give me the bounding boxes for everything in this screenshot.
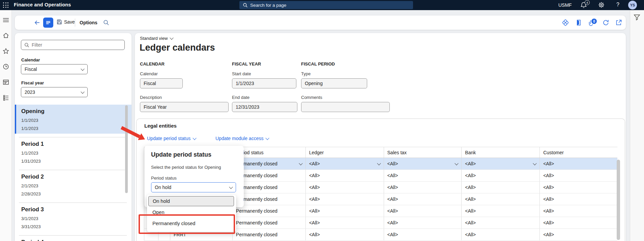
attachments-paperclip-icon[interactable]: 0 xyxy=(588,19,595,26)
period-list: Opening 1/1/2023 1/1/2023 Period 1 1/1/2… xyxy=(15,105,131,241)
company-door-icon[interactable] xyxy=(575,19,582,26)
company-picker[interactable]: USMF xyxy=(558,2,572,8)
group-header-fiscal-period: FISCAL PERIOD xyxy=(301,61,335,66)
nav-rail xyxy=(0,10,12,241)
cell-dropdown-chevron-icon[interactable] xyxy=(533,161,537,165)
options-menu[interactable]: Options xyxy=(80,20,97,25)
search-icon xyxy=(243,3,248,8)
cell-dropdown-chevron-icon[interactable] xyxy=(377,161,381,165)
notification-count-badge: 4 xyxy=(585,0,590,5)
help-button[interactable]: ? xyxy=(616,2,619,8)
attachment-count-badge: 0 xyxy=(591,18,597,25)
site-map-button[interactable] xyxy=(43,18,53,28)
modules-list-icon[interactable] xyxy=(3,95,9,101)
toolbar-search-icon[interactable] xyxy=(103,20,109,26)
type-field-label: Type xyxy=(301,71,311,76)
recent-clock-icon[interactable] xyxy=(3,63,9,70)
comments-field[interactable] xyxy=(301,102,390,112)
list-item-opening[interactable]: Opening 1/1/2023 1/1/2023 xyxy=(15,105,131,134)
hamburger-menu-icon[interactable] xyxy=(3,17,9,23)
list-item-period4[interactable]: Period 4 xyxy=(15,236,131,241)
list-item-period2[interactable]: Period 2 2/1/2023 2/28/2023 xyxy=(15,170,131,199)
annotation-red-rectangle xyxy=(139,214,235,234)
search-placeholder: Search for a page xyxy=(250,3,286,8)
personalize-diamond-icon[interactable] xyxy=(562,19,569,26)
toolbar-divider xyxy=(75,19,75,27)
home-icon[interactable] xyxy=(3,32,9,39)
filter-funnel-icon[interactable] xyxy=(633,14,641,21)
list-scrollbar[interactable] xyxy=(125,105,128,193)
fiscal-year-label: Fiscal year xyxy=(21,80,44,85)
favorites-star-icon[interactable] xyxy=(3,48,9,54)
chevron-down-icon xyxy=(81,67,84,71)
action-bar: Save Options 0 xyxy=(15,16,626,30)
filter-placeholder: Filter xyxy=(32,42,42,48)
list-item-period1[interactable]: Period 1 1/1/2023 1/31/2023 xyxy=(15,137,131,166)
filter-side-strip xyxy=(630,10,644,241)
chevron-down-icon xyxy=(193,136,197,140)
list-item-period3[interactable]: Period 3 3/1/2023 3/31/2023 xyxy=(15,203,131,232)
open-in-new-window-icon[interactable] xyxy=(615,19,622,26)
fiscal-year-select[interactable]: 2023 xyxy=(21,87,88,97)
user-avatar[interactable]: YS xyxy=(628,1,637,9)
group-header-fiscal-year: FISCAL YEAR xyxy=(232,61,261,66)
page-search-input[interactable]: Search for a page xyxy=(239,1,413,9)
save-button[interactable]: Save xyxy=(57,19,75,25)
calendar-select[interactable]: Fiscal xyxy=(21,64,88,74)
app-title: Finance and Operations xyxy=(14,2,71,7)
flyout-description: Select the period status for Opening xyxy=(151,165,221,170)
grid-scrollbar[interactable] xyxy=(617,160,620,240)
filter-search-icon xyxy=(24,43,29,48)
chevron-down-icon xyxy=(170,36,174,39)
annotation-red-arrow xyxy=(117,124,151,143)
type-field[interactable]: Opening xyxy=(301,78,367,88)
app-launcher-waffle-icon[interactable] xyxy=(3,2,9,8)
flyout-title: Update period status xyxy=(151,151,211,158)
refresh-icon[interactable] xyxy=(602,19,610,26)
calendar-field[interactable]: Fiscal xyxy=(140,78,183,88)
cell-dropdown-chevron-icon[interactable] xyxy=(455,161,459,165)
start-date-field[interactable]: 1/1/2023 xyxy=(232,78,296,88)
update-period-status-link[interactable]: Update period status xyxy=(147,136,196,141)
header-ledger[interactable]: Ledger xyxy=(306,147,384,158)
cell-dropdown-chevron-icon[interactable] xyxy=(299,161,302,165)
chevron-down-icon xyxy=(229,185,233,189)
calendar-label: Calendar xyxy=(21,57,40,62)
group-header-calendar: CALENDAR xyxy=(140,61,165,66)
view-selector[interactable]: Standard view xyxy=(140,36,173,41)
end-date-field[interactable]: 12/31/2023 xyxy=(232,102,297,112)
back-arrow-icon[interactable] xyxy=(34,19,40,26)
description-field[interactable]: Fiscal Year xyxy=(140,102,229,112)
start-date-field-label: Start date xyxy=(232,71,251,76)
chevron-down-icon xyxy=(266,136,269,140)
period-filter-panel: Filter Calendar Fiscal Fiscal year 2023 … xyxy=(15,33,131,241)
settings-gear-icon[interactable] xyxy=(598,2,605,8)
update-module-access-link[interactable]: Update module access xyxy=(215,136,269,141)
header-sales-tax[interactable]: Sales tax xyxy=(384,147,462,158)
save-label: Save xyxy=(64,19,75,25)
calendar-field-label: Calendar xyxy=(140,71,158,76)
description-field-label: Description xyxy=(140,95,162,100)
header-customer[interactable]: Customer xyxy=(540,147,617,158)
header-bank[interactable]: Bank xyxy=(462,147,540,158)
comments-field-label: Comments xyxy=(301,95,322,100)
period-status-select[interactable]: On hold xyxy=(151,182,236,192)
end-date-field-label: End date xyxy=(232,95,250,100)
top-navbar: Finance and Operations Search for a page… xyxy=(0,0,644,10)
workspaces-form-icon[interactable] xyxy=(3,79,9,85)
filter-input[interactable]: Filter xyxy=(21,40,125,50)
period-status-label: Period status xyxy=(151,176,177,181)
chevron-down-icon xyxy=(81,90,84,93)
save-floppy-icon xyxy=(57,19,62,25)
page-title: Ledger calendars xyxy=(140,43,215,53)
option-on-hold[interactable]: On hold xyxy=(148,196,234,206)
